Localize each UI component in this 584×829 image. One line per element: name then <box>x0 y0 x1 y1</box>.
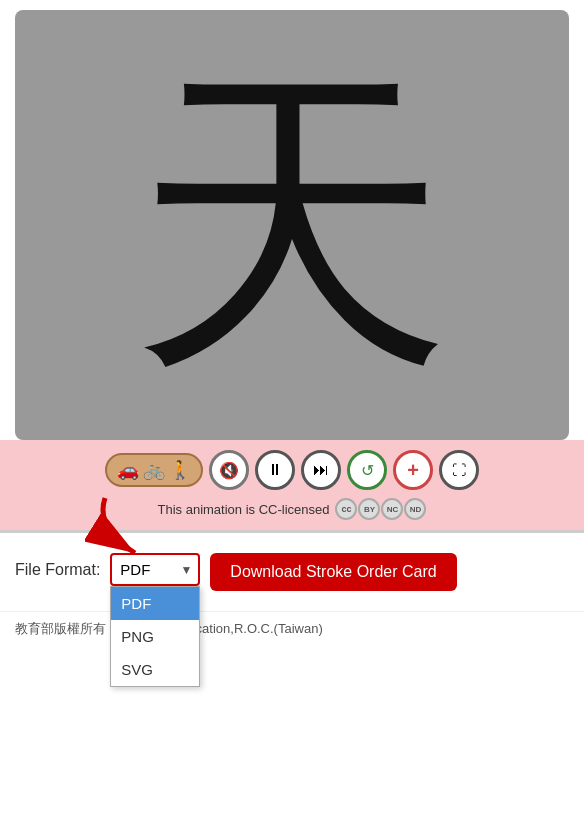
format-dropdown-open[interactable]: PDF PNG SVG <box>110 586 200 687</box>
red-arrow-indicator <box>85 488 165 572</box>
animation-box: 天 <box>15 10 569 440</box>
fullscreen-button[interactable]: ⛶ <box>439 450 479 490</box>
format-option-pdf[interactable]: PDF <box>111 587 199 620</box>
footer: 教育部版權所有 Ministry of Education,R.O.C.(Tai… <box>0 611 584 646</box>
step-forward-icon: ⏭ <box>313 461 329 479</box>
mute-icon: 🔇 <box>219 461 239 480</box>
pause-button[interactable]: ⏸ <box>255 450 295 490</box>
nc-icon: NC <box>381 498 403 520</box>
mute-button[interactable]: 🔇 <box>209 450 249 490</box>
add-icon: + <box>407 459 419 482</box>
speed-car-icon: 🚗 <box>117 459 139 481</box>
chinese-character: 天 <box>132 65 452 385</box>
nd-icon: ND <box>404 498 426 520</box>
cc-license-row: This animation is CC-licensed cc BY NC N… <box>158 498 427 520</box>
step-forward-button[interactable]: ⏭ <box>301 450 341 490</box>
control-buttons-row: 🚗 🚲 🚶 🔇 ⏸ ⏭ ↺ + ⛶ <box>105 450 479 490</box>
format-option-png[interactable]: PNG <box>111 620 199 653</box>
download-section: File Format: PDF PNG SVG ▼ PDF PNG SVG D… <box>0 533 584 611</box>
speed-button[interactable]: 🚗 🚲 🚶 <box>105 453 203 487</box>
animation-container: 天 <box>0 0 584 440</box>
cc-badge: cc BY NC ND <box>335 498 426 520</box>
license-text: This animation is CC-licensed <box>158 502 330 517</box>
add-button[interactable]: + <box>393 450 433 490</box>
format-option-svg[interactable]: SVG <box>111 653 199 686</box>
cc-icon: cc <box>335 498 357 520</box>
speed-bike-icon: 🚲 <box>143 459 165 481</box>
replay-button[interactable]: ↺ <box>347 450 387 490</box>
download-button[interactable]: Download Stroke Order Card <box>210 553 456 591</box>
fullscreen-icon: ⛶ <box>452 462 466 478</box>
replay-icon: ↺ <box>361 461 374 480</box>
pause-icon: ⏸ <box>267 461 283 479</box>
speed-walk-icon: 🚶 <box>169 459 191 481</box>
by-icon: BY <box>358 498 380 520</box>
